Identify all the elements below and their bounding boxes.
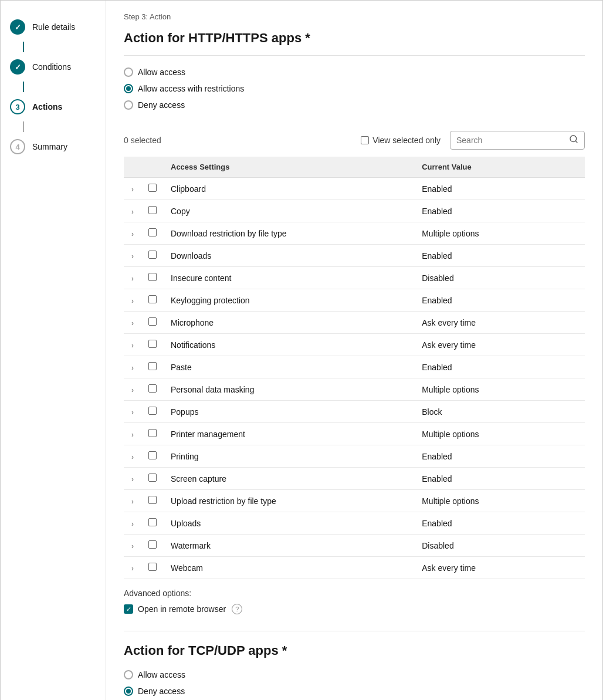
view-selected-only-checkbox[interactable] <box>361 136 369 144</box>
setting-name: Popups <box>164 401 415 423</box>
row-checkbox[interactable] <box>148 384 157 393</box>
expand-icon[interactable]: › <box>131 208 134 216</box>
checkbox-cell[interactable] <box>141 490 164 512</box>
expand-cell[interactable]: › <box>124 312 141 334</box>
row-checkbox[interactable] <box>148 295 157 303</box>
open-remote-browser-checkbox[interactable]: ✓ <box>124 604 133 614</box>
expand-icon[interactable]: › <box>131 297 134 305</box>
row-checkbox[interactable] <box>148 563 157 571</box>
setting-name: Uploads <box>164 512 415 535</box>
checkbox-cell[interactable] <box>141 356 164 378</box>
checkbox-cell[interactable] <box>141 512 164 535</box>
checkbox-cell[interactable] <box>141 423 164 445</box>
current-value: Disabled <box>415 267 585 289</box>
sidebar-item-summary[interactable]: 4 Summary <box>1 132 106 161</box>
row-checkbox[interactable] <box>148 540 157 549</box>
row-checkbox[interactable] <box>148 251 157 259</box>
expand-icon[interactable]: › <box>131 185 134 194</box>
expand-cell[interactable]: › <box>124 490 141 512</box>
row-checkbox[interactable] <box>148 518 157 526</box>
checkbox-cell[interactable] <box>141 557 164 579</box>
checkbox-cell[interactable] <box>141 312 164 334</box>
view-selected-only-label[interactable]: View selected only <box>361 136 441 145</box>
row-checkbox[interactable] <box>148 273 157 281</box>
expand-cell[interactable]: › <box>124 468 141 490</box>
sidebar: Rule details Conditions 3 Actions 4 Summ… <box>1 1 106 700</box>
table-row: › Screen capture Enabled <box>124 468 585 490</box>
tcp-radio-deny-access[interactable]: Deny access <box>124 687 585 696</box>
table-row: › Copy Enabled <box>124 200 585 222</box>
row-checkbox[interactable] <box>148 496 157 504</box>
checkbox-cell[interactable] <box>141 535 164 557</box>
expand-cell[interactable]: › <box>124 245 141 267</box>
expand-icon[interactable]: › <box>131 275 134 283</box>
checkbox-cell[interactable] <box>141 222 164 245</box>
expand-cell[interactable]: › <box>124 334 141 356</box>
row-checkbox[interactable] <box>148 429 157 437</box>
row-checkbox[interactable] <box>148 317 157 326</box>
expand-icon[interactable]: › <box>131 319 134 327</box>
row-checkbox[interactable] <box>148 451 157 459</box>
expand-icon[interactable]: › <box>131 230 134 238</box>
expand-icon[interactable]: › <box>131 453 134 461</box>
expand-icon[interactable]: › <box>131 386 134 394</box>
checkbox-cell[interactable] <box>141 468 164 490</box>
setting-name: Keylogging protection <box>164 289 415 312</box>
expand-cell[interactable]: › <box>124 267 141 289</box>
radio-allow-access[interactable]: Allow access <box>124 67 585 77</box>
row-checkbox[interactable] <box>148 228 157 236</box>
row-checkbox[interactable] <box>148 474 157 482</box>
expand-cell[interactable]: › <box>124 378 141 401</box>
checkbox-cell[interactable] <box>141 334 164 356</box>
expand-icon[interactable]: › <box>131 252 134 261</box>
checkbox-cell[interactable] <box>141 445 164 468</box>
expand-icon[interactable]: › <box>131 408 134 417</box>
row-checkbox[interactable] <box>148 184 157 192</box>
expand-cell[interactable]: › <box>124 200 141 222</box>
current-value: Enabled <box>415 356 585 378</box>
expand-icon[interactable]: › <box>131 431 134 439</box>
checkbox-cell[interactable] <box>141 245 164 267</box>
expand-cell[interactable]: › <box>124 535 141 557</box>
expand-icon[interactable]: › <box>131 520 134 528</box>
col-header-current-value: Current Value <box>415 157 585 178</box>
expand-icon[interactable]: › <box>131 475 134 483</box>
expand-icon[interactable]: › <box>131 364 134 372</box>
checkbox-cell[interactable] <box>141 378 164 401</box>
expand-cell[interactable]: › <box>124 222 141 245</box>
search-input[interactable] <box>456 136 565 145</box>
checkbox-cell[interactable] <box>141 401 164 423</box>
checkbox-cell[interactable] <box>141 200 164 222</box>
setting-name: Notifications <box>164 334 415 356</box>
expand-icon[interactable]: › <box>131 564 134 573</box>
expand-cell[interactable]: › <box>124 289 141 312</box>
expand-cell[interactable]: › <box>124 557 141 579</box>
sidebar-item-actions[interactable]: 3 Actions <box>1 92 106 121</box>
radio-deny-access[interactable]: Deny access <box>124 100 585 110</box>
sidebar-item-label-conditions: Conditions <box>32 62 71 72</box>
expand-icon[interactable]: › <box>131 341 134 350</box>
expand-cell[interactable]: › <box>124 423 141 445</box>
expand-cell[interactable]: › <box>124 178 141 200</box>
sidebar-item-conditions[interactable]: Conditions <box>1 52 106 82</box>
setting-name: Personal data masking <box>164 378 415 401</box>
checkbox-cell[interactable] <box>141 267 164 289</box>
sidebar-item-rule-details[interactable]: Rule details <box>1 12 106 42</box>
expand-cell[interactable]: › <box>124 445 141 468</box>
tcp-radio-allow-access[interactable]: Allow access <box>124 670 585 679</box>
help-icon[interactable]: ? <box>232 604 242 614</box>
row-checkbox[interactable] <box>148 340 157 348</box>
expand-cell[interactable]: › <box>124 401 141 423</box>
expand-cell[interactable]: › <box>124 512 141 535</box>
row-checkbox[interactable] <box>148 362 157 370</box>
row-checkbox[interactable] <box>148 407 157 415</box>
expand-icon[interactable]: › <box>131 542 134 550</box>
checkbox-cell[interactable] <box>141 178 164 200</box>
expand-icon[interactable]: › <box>131 498 134 506</box>
table-row: › Download restriction by file type Mult… <box>124 222 585 245</box>
checkbox-cell[interactable] <box>141 289 164 312</box>
radio-allow-restrictions[interactable]: Allow access with restrictions <box>124 84 585 93</box>
row-checkbox[interactable] <box>148 206 157 214</box>
expand-cell[interactable]: › <box>124 356 141 378</box>
setting-name: Downloads <box>164 245 415 267</box>
